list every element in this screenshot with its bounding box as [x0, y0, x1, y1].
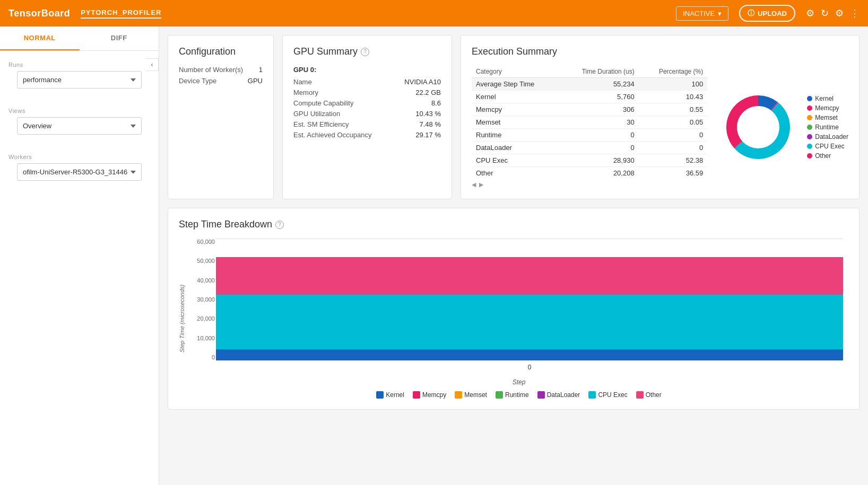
y-tick: 50,000 — [189, 258, 215, 264]
cell-category: Kernel — [472, 91, 559, 103]
gpu-row-value: 10.43 % — [415, 110, 441, 118]
chart-legend-dot — [588, 391, 596, 399]
chart-legend-label: Memset — [464, 391, 487, 399]
chart-legend-dot — [455, 391, 462, 399]
cell-category: DataLoader — [472, 142, 559, 154]
cell-category: Runtime — [472, 129, 559, 142]
table-row: Kernel5,76010.43 — [472, 91, 707, 103]
gpu-row: Est. SM Efficiency7.48 % — [293, 120, 441, 128]
chart-legend-item: Memset — [455, 391, 487, 399]
gpu-row-value: 7.48 % — [420, 120, 441, 128]
chart-legend: KernelMemcpyMemsetRuntimeDataLoaderCPU E… — [807, 95, 848, 160]
bar-chart: 60,00050,00040,00030,00020,00010,0000 0 — [216, 239, 843, 376]
runs-select[interactable]: performance — [17, 71, 142, 89]
table-row: Other20,20836.59 — [472, 167, 707, 180]
legend-dot — [807, 105, 812, 111]
gpu-row: Memory22.2 GB — [293, 89, 441, 96]
gpu-row-value: 22.2 GB — [415, 89, 441, 96]
exec-col-duration: Time Duration (us) — [559, 66, 639, 78]
execution-inner: Category Time Duration (us) Percentage (… — [472, 66, 848, 188]
gpu-row-label: Name — [293, 78, 312, 86]
cell-duration: 20,208 — [559, 167, 639, 180]
chart-legend-label: DataLoader — [547, 391, 580, 399]
gpu-row-label: Est. SM Efficiency — [293, 120, 349, 128]
exec-table-wrap: Category Time Duration (us) Percentage (… — [472, 66, 707, 188]
gpu-row: Est. Achieved Occupancy29.17 % — [293, 131, 441, 139]
chart-legend-dot — [537, 391, 545, 399]
bar-segment — [216, 295, 843, 349]
upload-icon: ⓘ — [748, 8, 754, 18]
donut-segment — [726, 95, 758, 148]
gpu-summary-title: GPU Summary ? — [293, 46, 441, 57]
chart-legend-label: Kernel — [386, 391, 404, 399]
stacked-bar — [216, 248, 843, 360]
chart-legend-dot — [376, 391, 384, 399]
y-axis-label: Step Time (microseconds) — [179, 239, 189, 399]
gpu-row-value: 29.17 % — [415, 131, 441, 139]
refresh-icon[interactable]: ↻ — [821, 7, 829, 19]
workers-select[interactable]: ofilm-UniServer-R5300-G3_31446 — [17, 163, 142, 181]
legend-label: Runtime — [815, 124, 839, 131]
donut-chart — [716, 85, 801, 170]
chart-content: 60,00050,00040,00030,00020,00010,0000 0 … — [189, 239, 848, 399]
plugin-label: PYTORCH_PROFILER — [81, 8, 161, 19]
cell-duration: 55,234 — [559, 78, 639, 91]
bar-segment — [216, 350, 843, 360]
chart-legend-item: CPU Exec — [588, 391, 627, 399]
breakdown-info-icon[interactable]: ? — [275, 221, 284, 229]
bar-segment — [216, 257, 843, 295]
gpu-row-label: Compute Capability — [293, 99, 353, 107]
config-label-device: Device Type — [179, 77, 216, 85]
cell-percentage: 0 — [639, 142, 708, 154]
chart-legend-dot — [496, 391, 503, 399]
cell-duration: 0 — [559, 129, 639, 142]
views-select[interactable]: Overview — [17, 117, 142, 135]
legend-item: Runtime — [807, 124, 848, 131]
chart-legend-dot — [413, 391, 420, 399]
tab-diff[interactable]: DIFF — [80, 27, 159, 50]
cell-category: Other — [472, 167, 559, 180]
config-row-device: Device Type GPU — [179, 77, 263, 85]
gear-icon[interactable]: ⚙ — [835, 7, 844, 19]
sidebar-collapse-button[interactable]: ‹ — [146, 58, 159, 71]
upload-button[interactable]: ⓘ UPLOAD — [739, 5, 795, 22]
table-row: Runtime00 — [472, 129, 707, 142]
table-row: CPU Exec28,93052.38 — [472, 154, 707, 167]
cell-percentage: 10.43 — [639, 91, 708, 103]
bars-container — [216, 239, 843, 360]
chart-legend-item: DataLoader — [537, 391, 580, 399]
tab-normal[interactable]: NORMAL — [0, 27, 80, 50]
inactive-dropdown[interactable]: INACTIVE ▾ — [676, 6, 728, 21]
gpu-summary-card: GPU Summary ? GPU 0: NameNVIDIA A10Memor… — [282, 35, 452, 199]
y-tick: 30,000 — [189, 296, 215, 303]
table-row: DataLoader00 — [472, 142, 707, 154]
gpu-row-value: NVIDIA A10 — [404, 78, 441, 86]
gpu-row: NameNVIDIA A10 — [293, 78, 441, 86]
cell-category: Memcpy — [472, 103, 559, 116]
workers-label: Workers — [0, 152, 159, 163]
gpu-info-icon[interactable]: ? — [361, 48, 369, 56]
cell-percentage: 0 — [639, 129, 708, 142]
cell-duration: 5,760 — [559, 91, 639, 103]
legend-dot — [807, 96, 812, 101]
execution-summary-card: Execution Summary Category Time Duration… — [461, 35, 860, 199]
legend-label: Other — [815, 152, 831, 160]
legend-item: Kernel — [807, 95, 848, 102]
y-tick: 20,000 — [189, 315, 215, 322]
gpu-row-value: 8.6 — [431, 99, 441, 107]
legend-item: Memset — [807, 114, 848, 121]
scroll-right-icon[interactable]: ▶ — [479, 181, 483, 188]
settings-icon[interactable]: ⚙ — [806, 7, 814, 19]
configuration-card: Configuration Number of Worker(s) 1 Devi… — [168, 35, 274, 199]
cell-percentage: 36.59 — [639, 167, 708, 180]
legend-dot — [807, 153, 812, 158]
upload-label: UPLOAD — [758, 10, 787, 17]
gpu-row: GPU Utilization10.43 % — [293, 110, 441, 118]
chart-legend-label: Other — [646, 391, 662, 399]
scroll-left-icon[interactable]: ◀ — [472, 181, 476, 188]
more-icon[interactable]: ⋮ — [850, 7, 860, 19]
config-rows: Number of Worker(s) 1 Device Type GPU — [179, 66, 263, 85]
chart-legend-item: Memcpy — [413, 391, 446, 399]
cell-category: CPU Exec — [472, 154, 559, 167]
layout: NORMAL DIFF Runs performance Views Overv… — [0, 27, 868, 485]
